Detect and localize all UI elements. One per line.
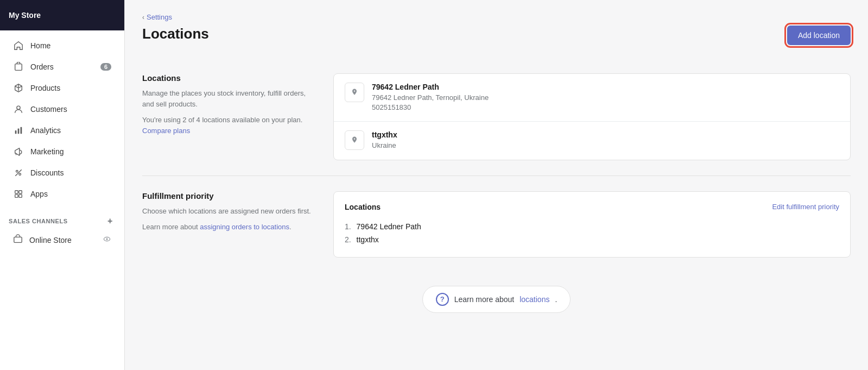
breadcrumb-chevron: ‹ [142,14,144,21]
fulfillment-card-heading: Locations [345,203,381,211]
analytics-icon [13,125,24,136]
sidebar-item-discounts[interactable]: Discounts [4,162,120,183]
sidebar-nav: Home Orders 6 Products Customers [0,30,124,209]
locations-section-right: 79642 Ledner Path 79642 Ledner Path, Ter… [333,73,851,160]
sidebar-item-products[interactable]: Products [4,78,120,98]
sidebar-item-customers-label: Customers [30,105,67,114]
fulfillment-item-num-2: 2. [345,235,351,244]
sidebar-item-customers[interactable]: Customers [4,99,120,120]
sidebar-item-online-store[interactable]: Online Store [4,229,120,250]
sidebar-item-apps[interactable]: Apps [4,184,120,204]
sidebar-item-analytics-label: Analytics [30,126,61,135]
svg-rect-3 [18,128,20,134]
sidebar-item-apps-label: Apps [30,190,48,198]
orders-badge: 6 [100,63,111,71]
learn-more-pill: ? Learn more about locations . [422,286,571,313]
location-address1-1: 79642 Ledner Path, Ternopil, Ukraine [372,93,489,103]
location-name-2: ttgxthx [372,130,397,139]
svg-rect-2 [15,130,17,134]
store-name: My Store [9,11,41,20]
fulfillment-item-num-1: 1. [345,222,351,231]
sidebar: My Store Home Orders 6 Products [0,0,125,370]
sidebar-item-orders[interactable]: Orders 6 [4,57,120,77]
svg-rect-9 [15,195,18,197]
learn-more-text: Learn more about [454,295,515,304]
svg-point-6 [19,173,21,175]
fulfillment-description: Choose which locations are assigned new … [142,206,316,217]
fulfillment-item-name-1: 79642 Ledner Path [357,222,421,231]
add-sales-channel-button[interactable]: + [105,216,116,227]
orders-icon [13,61,24,72]
content-area: Locations Manage the places you stock in… [142,58,851,313]
location-info-2: ttgxthx Ukraine [372,130,397,150]
page-header: Locations Add location [142,26,851,45]
location-pin-icon-2 [345,130,364,150]
svg-rect-0 [15,64,22,71]
locations-learn-more-link[interactable]: locations [519,295,549,304]
customers-icon [13,104,24,115]
online-store-visibility-icon[interactable] [103,235,111,245]
sales-channels-section: SALES CHANNELS + [0,209,124,229]
svg-rect-11 [14,237,22,242]
sidebar-item-home-label: Home [30,41,50,50]
apps-icon [13,189,24,199]
products-icon [13,83,24,93]
sidebar-header: My Store [0,0,124,30]
fulfillment-learn-more: Learn more about assigning orders to loc… [142,222,316,233]
location-pin-icon-1 [345,83,364,102]
learn-more-box: ? Learn more about locations . [142,286,851,313]
compare-plans-link[interactable]: Compare plans [142,127,190,135]
location-address1-2: Ukraine [372,141,397,150]
location-name-1: 79642 Ledner Path [372,83,489,91]
learn-more-suffix: . [555,295,557,304]
online-store-icon [13,234,23,246]
locations-card: 79642 Ledner Path 79642 Ledner Path, Ter… [333,73,851,160]
online-store-left: Online Store [13,234,72,246]
home-icon [13,40,24,51]
help-icon: ? [436,293,449,306]
sidebar-item-marketing[interactable]: Marketing [4,141,120,162]
fulfillment-item-name-2: ttgxthx [357,235,379,244]
fulfillment-section-row: Fulfillment priority Choose which locati… [142,176,851,273]
online-store-label: Online Store [29,236,72,244]
assigning-orders-link[interactable]: assigning orders to locations [200,223,289,231]
svg-point-5 [16,171,18,173]
marketing-icon [13,146,24,157]
fulfillment-section-left: Fulfillment priority Choose which locati… [142,191,316,258]
sidebar-item-discounts-label: Discounts [30,168,64,177]
sidebar-item-analytics[interactable]: Analytics [4,120,120,141]
sidebar-item-home[interactable]: Home [4,35,120,56]
svg-rect-10 [19,195,22,197]
svg-point-1 [17,106,20,109]
sales-channels-label: SALES CHANNELS [9,218,68,224]
sidebar-item-marketing-label: Marketing [30,147,64,156]
fulfillment-section-right: Locations Edit fulfillment priority 1. 7… [333,191,851,258]
sidebar-item-products-label: Products [30,84,60,92]
svg-point-13 [106,238,107,240]
location-info-1: 79642 Ledner Path 79642 Ledner Path, Ter… [372,83,489,112]
svg-rect-4 [21,127,22,134]
page-title: Locations [142,26,209,42]
sidebar-item-orders-label: Orders [30,62,54,71]
locations-heading: Locations [142,73,316,83]
fulfillment-priority-list: 1. 79642 Ledner Path 2. ttgxthx [345,220,839,246]
fulfillment-heading: Fulfillment priority [142,191,316,200]
add-location-button[interactable]: Add location [787,26,851,45]
plan-usage-text: You're using 2 of 4 locations available … [142,115,316,136]
breadcrumb-label: Settings [147,13,172,21]
fulfillment-list-item-1: 1. 79642 Ledner Path [345,220,839,233]
location-address2-1: 5025151830 [372,103,489,112]
discounts-icon [13,167,24,178]
fulfillment-list-item-2: 2. ttgxthx [345,233,839,246]
fulfillment-card-header: Locations Edit fulfillment priority [345,203,839,211]
svg-rect-7 [15,191,18,193]
locations-description: Manage the places you stock inventory, f… [142,88,316,109]
fulfillment-card: Locations Edit fulfillment priority 1. 7… [333,191,851,258]
location-item-1[interactable]: 79642 Ledner Path 79642 Ledner Path, Ter… [334,74,850,122]
location-item-2[interactable]: ttgxthx Ukraine [334,122,850,159]
locations-section-left: Locations Manage the places you stock in… [142,73,316,160]
edit-fulfillment-priority-link[interactable]: Edit fulfillment priority [772,203,839,211]
breadcrumb[interactable]: ‹ Settings [142,13,851,21]
locations-section-row: Locations Manage the places you stock in… [142,58,851,176]
svg-rect-8 [19,191,22,193]
